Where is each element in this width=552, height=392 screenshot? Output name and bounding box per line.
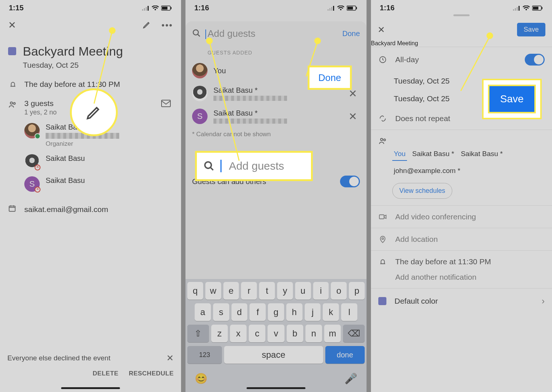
delete-button[interactable]: DELETE <box>93 370 118 377</box>
add-guests-input[interactable]: Add guests Done <box>185 21 367 46</box>
svg-point-31 <box>381 138 383 141</box>
add-notification-label[interactable]: Add another notification <box>395 273 545 282</box>
key-w[interactable]: w <box>205 282 221 300</box>
status-icons <box>513 6 543 11</box>
repeat-icon <box>378 114 387 123</box>
home-indicator <box>247 387 305 389</box>
repeat-label[interactable]: Does not repeat <box>395 114 545 123</box>
search-icon <box>192 29 201 39</box>
svg-point-9 <box>14 103 15 105</box>
key-z[interactable]: z <box>211 325 228 342</box>
key-f[interactable]: f <box>250 303 266 321</box>
svg-rect-29 <box>542 7 542 9</box>
guests-add-others-toggle[interactable] <box>340 176 360 187</box>
guest-chip-you[interactable]: You <box>392 148 407 161</box>
key-b[interactable]: b <box>287 325 303 342</box>
edit-icon[interactable] <box>142 20 151 31</box>
key-k[interactable]: k <box>323 303 339 321</box>
battery-icon <box>347 6 358 11</box>
guests-icon <box>378 137 387 145</box>
svg-rect-25 <box>519 6 520 11</box>
mail-icon[interactable] <box>161 100 171 109</box>
key-a[interactable]: a <box>195 303 211 321</box>
key-x[interactable]: x <box>230 325 247 342</box>
allday-toggle[interactable] <box>525 54 545 66</box>
reminder-text[interactable]: The day before at 11:30 PM <box>395 257 545 266</box>
key-u[interactable]: u <box>295 282 311 300</box>
key-p[interactable]: p <box>349 282 365 300</box>
avatar: S <box>24 176 40 192</box>
mic-icon[interactable]: 🎤 <box>344 372 357 385</box>
key-c[interactable]: c <box>249 325 265 342</box>
event-title[interactable]: Backyard Meeting <box>371 40 552 47</box>
key-y[interactable]: y <box>277 282 293 300</box>
emoji-icon[interactable]: 😊 <box>195 372 208 385</box>
clock: 1:15 <box>9 4 24 12</box>
reschedule-button[interactable]: RESCHEDULE <box>129 370 174 377</box>
more-icon[interactable]: ••• <box>162 20 173 31</box>
guest-chip[interactable]: john@example.com * <box>392 165 462 177</box>
key-123[interactable]: 123 <box>187 346 222 364</box>
key-o[interactable]: o <box>331 282 347 300</box>
key-v[interactable]: v <box>268 325 284 342</box>
add-guests-highlight: Add guests <box>195 151 313 181</box>
svg-rect-28 <box>533 7 538 10</box>
key-g[interactable]: g <box>268 303 284 321</box>
color-row[interactable]: Default color › <box>371 289 552 314</box>
add-video-label[interactable]: Add video conferencing <box>395 212 545 221</box>
key-space[interactable]: space <box>224 346 323 364</box>
guest-role: Organizer <box>46 140 119 148</box>
key-t[interactable]: t <box>259 282 275 300</box>
svg-rect-24 <box>517 7 518 11</box>
guests-status: 1 yes, 2 no <box>24 109 57 116</box>
key-m[interactable]: m <box>324 325 341 342</box>
key-q[interactable]: q <box>187 282 203 300</box>
key-n[interactable]: n <box>305 325 322 342</box>
key-s[interactable]: s <box>213 303 229 321</box>
signal-icon <box>328 6 335 11</box>
key-h[interactable]: h <box>286 303 302 321</box>
svg-rect-2 <box>146 7 147 11</box>
svg-rect-19 <box>356 7 357 9</box>
svg-rect-7 <box>171 7 171 9</box>
battery-icon <box>161 6 172 11</box>
dismiss-icon[interactable]: ✕ <box>166 353 174 363</box>
add-location-label[interactable]: Add location <box>395 235 545 244</box>
clock-icon <box>378 56 387 64</box>
guest-chip[interactable]: Saikat Basu * <box>411 148 456 161</box>
guest-email-redacted <box>213 119 287 124</box>
video-icon <box>378 213 387 221</box>
guest-item[interactable]: S Saikat Basu <box>24 176 173 192</box>
key-e[interactable]: e <box>223 282 239 300</box>
svg-rect-12 <box>328 9 329 11</box>
svg-rect-6 <box>162 7 167 10</box>
svg-point-20 <box>193 30 198 35</box>
guest-row: S Saikat Basu * ✕ <box>185 105 367 128</box>
svg-point-4 <box>155 9 156 10</box>
remove-guest-icon[interactable]: ✕ <box>346 110 360 123</box>
guest-email-redacted <box>46 133 119 139</box>
close-icon[interactable]: ✕ <box>8 20 16 31</box>
key-j[interactable]: j <box>305 303 321 321</box>
status-icons <box>142 6 172 11</box>
guest-item[interactable]: Saikat Basu <box>24 154 173 170</box>
key-i[interactable]: i <box>313 282 329 300</box>
signal-icon <box>142 6 149 11</box>
save-button[interactable]: Save <box>517 23 545 36</box>
status-declined-icon <box>35 187 40 193</box>
bell-icon <box>378 258 387 266</box>
key-l[interactable]: l <box>341 303 357 321</box>
key-done[interactable]: done <box>325 346 365 364</box>
status-bar: 1:16 <box>371 0 552 14</box>
keyboard[interactable]: qwertyuiop asdfghjkl ⇧zxcvbnm⌫ 123 space… <box>185 279 367 392</box>
key-d[interactable]: d <box>231 303 248 321</box>
close-icon[interactable]: ✕ <box>378 25 385 35</box>
key-r[interactable]: r <box>241 282 257 300</box>
done-button[interactable]: Done <box>342 29 360 38</box>
key-backspace[interactable]: ⌫ <box>343 325 365 342</box>
guest-chip[interactable]: Saikat Basu * <box>459 148 504 161</box>
key-shift[interactable]: ⇧ <box>187 325 209 342</box>
avatar <box>24 154 40 170</box>
guest-name: Saikat Basu <box>46 154 85 163</box>
view-schedules-button[interactable]: View schedules <box>392 183 452 199</box>
